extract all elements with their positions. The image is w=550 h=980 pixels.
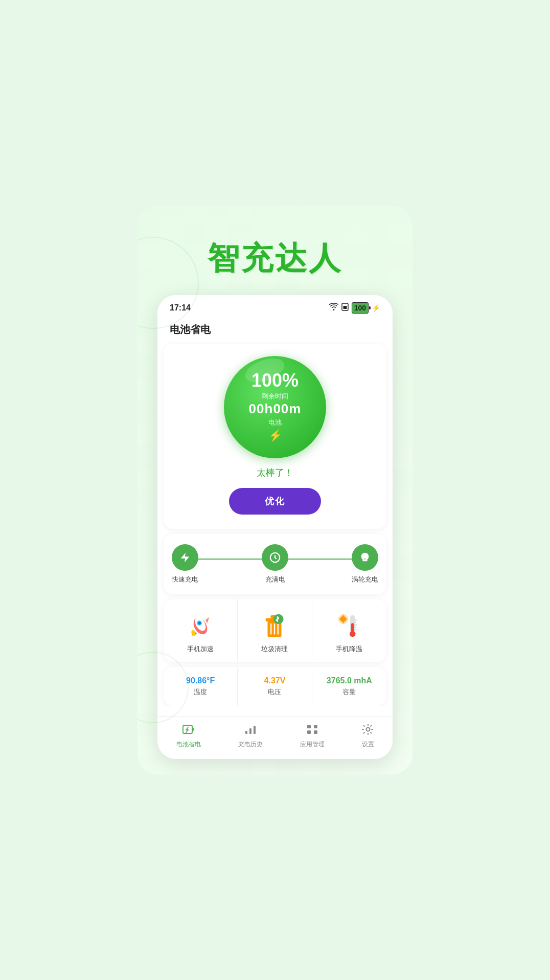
mode-label-fast: 快速充电 — [172, 575, 198, 584]
svg-marker-7 — [205, 617, 210, 623]
battery-circle-wrap: 100% 剩余时间 00h00m 电池 ⚡ — [224, 356, 326, 458]
battery-sub-label: 电池 — [268, 418, 282, 427]
tool-item-accelerate[interactable]: 手机加速 — [164, 599, 238, 662]
bolt-icon: ⚡ — [372, 304, 380, 312]
thermometer-icon — [334, 610, 364, 640]
stat-value-capacity: 3765.0 mhA — [327, 676, 372, 685]
svg-rect-34 — [254, 726, 256, 734]
svg-point-17 — [340, 616, 347, 622]
nav-icon-battery — [182, 724, 195, 738]
phone-mockup: 17:14 — [157, 295, 393, 759]
nav-item-settings[interactable]: 设置 — [362, 724, 374, 749]
accelerate-icon-wrap — [185, 610, 216, 640]
tool-label-cool: 手机降温 — [336, 644, 362, 654]
svg-point-39 — [366, 727, 370, 731]
mode-label-full: 充满电 — [265, 575, 285, 584]
svg-point-24 — [350, 631, 356, 637]
battery-percent: 100% — [251, 371, 299, 390]
svg-point-5 — [198, 621, 201, 625]
battery-status-text: 太棒了！ — [257, 466, 293, 479]
trash-icon — [260, 610, 289, 640]
stats-row: 90.86°F 温度 4.37V 电压 3765.0 mhA 容量 — [164, 667, 386, 706]
svg-rect-38 — [314, 730, 317, 734]
optimize-button[interactable]: 优化 — [229, 488, 321, 515]
nav-item-history[interactable]: 充电历史 — [238, 724, 263, 749]
battery-remaining-label: 剩余时间 — [262, 392, 288, 401]
status-icons: 100 ⚡ — [329, 302, 380, 314]
bottom-nav: 电池省电 充电历史 — [157, 716, 393, 759]
svg-rect-32 — [245, 731, 247, 734]
svg-rect-30 — [183, 725, 192, 733]
battery-card: 100% 剩余时间 00h00m 电池 ⚡ 太棒了！ 优化 — [164, 344, 386, 529]
stat-temperature: 90.86°F 温度 — [164, 667, 238, 706]
spacer — [157, 706, 393, 711]
nav-icon-settings — [362, 724, 374, 738]
tool-item-cool[interactable]: 手机降温 — [312, 599, 386, 662]
svg-rect-31 — [192, 728, 194, 731]
fast-charge-icon — [172, 544, 198, 571]
stat-unit-voltage: 电压 — [268, 687, 281, 697]
mode-item-fast[interactable]: 快速充电 — [172, 544, 198, 584]
svg-point-8 — [191, 629, 196, 636]
svg-rect-35 — [307, 725, 311, 728]
cool-icon-wrap — [334, 610, 364, 640]
nav-label-battery: 电池省电 — [176, 740, 201, 749]
battery-time: 00h00m — [249, 401, 302, 417]
tool-grid: 手机加速 — [164, 599, 386, 662]
stat-unit-temperature: 温度 — [194, 687, 207, 697]
usb-icon: ⚡ — [268, 429, 282, 442]
nav-icon-history — [244, 724, 257, 738]
svg-rect-33 — [249, 728, 251, 734]
app-title: 智充达人 — [208, 237, 342, 280]
status-bar: 17:14 — [157, 295, 393, 318]
sim-icon — [341, 303, 349, 313]
nav-icon-apps — [306, 724, 318, 738]
tool-label-clean: 垃圾清理 — [261, 644, 288, 654]
page-title: 电池省电 — [157, 318, 393, 344]
full-charge-icon — [262, 544, 288, 571]
svg-rect-36 — [314, 725, 317, 728]
mode-label-turbo: 涡轮充电 — [352, 575, 378, 584]
battery-level-indicator: 100 — [352, 302, 369, 314]
stat-value-voltage: 4.37V — [264, 676, 286, 685]
tool-item-clean[interactable]: 垃圾清理 — [238, 599, 312, 662]
battery-circle: 100% 剩余时间 00h00m 电池 ⚡ — [224, 356, 326, 458]
stat-unit-capacity: 容量 — [342, 687, 356, 697]
charging-mode-row: 快速充电 充满电 涡轮充电 — [164, 534, 386, 594]
mode-item-full[interactable]: 充满电 — [262, 544, 288, 584]
turbo-charge-icon — [352, 544, 378, 571]
stat-voltage: 4.37V 电压 — [238, 667, 312, 706]
clean-icon-wrap — [259, 610, 290, 640]
outer-background: 智充达人 17:14 — [138, 206, 413, 774]
rocket-icon — [186, 610, 215, 640]
mode-item-turbo[interactable]: 涡轮充电 — [352, 544, 378, 584]
nav-item-battery[interactable]: 电池省电 — [176, 724, 201, 749]
svg-rect-1 — [343, 306, 347, 309]
status-time: 17:14 — [170, 303, 191, 313]
tool-label-accelerate: 手机加速 — [187, 644, 214, 654]
svg-rect-37 — [307, 730, 311, 734]
stat-capacity: 3765.0 mhA 容量 — [312, 667, 386, 706]
stat-value-temperature: 90.86°F — [186, 676, 215, 685]
nav-label-settings: 设置 — [362, 740, 374, 749]
nav-label-apps: 应用管理 — [300, 740, 325, 749]
nav-label-history: 充电历史 — [238, 740, 263, 749]
wifi-icon — [329, 303, 338, 312]
nav-item-apps[interactable]: 应用管理 — [300, 724, 325, 749]
